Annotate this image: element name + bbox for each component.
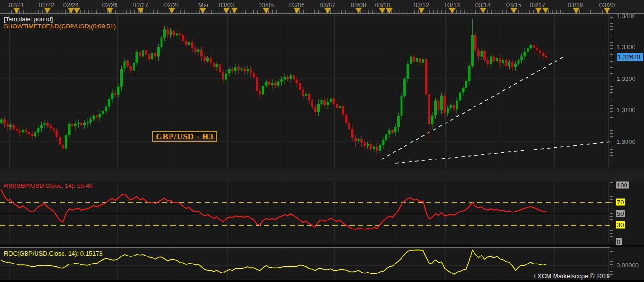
price-axis-label: 1.3300	[617, 44, 635, 51]
roc-axis-ticks	[610, 248, 613, 280]
candlestick-plot[interactable]	[0, 14, 610, 168]
rsi-axis-ticks	[610, 182, 613, 243]
day-marker-arrow-icon	[169, 8, 175, 14]
day-marker-arrow-icon	[324, 8, 331, 14]
price-axis-label: 1.3400	[617, 12, 635, 19]
rsi-indicator-label: RSI(GBP/USD.Close, 14): 55.40	[4, 182, 92, 189]
rsi-plot[interactable]	[0, 181, 610, 244]
price-axis-label: 1.3100	[617, 106, 635, 114]
price-axis-ticks	[610, 14, 613, 168]
day-marker-arrow-icon	[137, 8, 144, 14]
day-marker-arrow-icon	[294, 8, 300, 14]
day-marker-arrow-icon	[73, 8, 80, 14]
main-price-chart[interactable]	[0, 14, 610, 168]
bottom-time-axis[interactable]: 02/20/2019 11:0002/26 05:0002/27 23:0003…	[0, 168, 644, 181]
day-marker-arrow-icon	[231, 8, 238, 14]
rsi-gridlines	[0, 181, 610, 244]
rsi-axis-value-chip: 50	[616, 210, 625, 217]
rsi-axis-value-chip: 100	[616, 182, 629, 189]
window-bottom-edge	[0, 280, 644, 282]
day-marker-arrow-icon	[418, 8, 425, 14]
rsi-axis-value-chip: 30	[616, 221, 625, 229]
instrument-badge[interactable]: GBP/USD - H3	[152, 131, 217, 142]
day-marker-arrow-icon	[223, 8, 230, 14]
day-marker-arrow-icon	[510, 8, 517, 14]
template-label: [Template: pound]	[4, 16, 53, 23]
current-price-tag: 1.32670	[617, 53, 643, 61]
top-axis-ticks	[0, 10, 616, 13]
rsi-line	[1, 190, 546, 229]
main-gridlines	[0, 14, 610, 168]
top-time-axis[interactable]: 02/2102/2202/2402/2602/2702/28Mar03/0303…	[0, 0, 644, 14]
day-marker-arrow-icon	[355, 8, 362, 14]
watermark-copyright: FXCM Marketscope © 2019	[534, 273, 610, 280]
day-marker-arrow-icon	[263, 8, 269, 14]
roc-indicator-label: ROC(GBP/USD.Close, 14): 0.15173	[4, 250, 103, 257]
rsi-axis-value-chip: 70	[616, 199, 625, 206]
day-marker-arrow-icon	[44, 8, 51, 14]
day-marker-arrow-icon	[604, 8, 610, 14]
day-marker-arrow-icon	[107, 8, 113, 14]
day-marker-arrow-icon	[199, 8, 206, 14]
day-marker-arrow-icon	[13, 8, 20, 14]
day-marker-arrow-icon	[535, 8, 542, 14]
showtime-indicator-label: SHOWTIMETOEND(GBP/USD)(0:09:51)	[4, 23, 116, 30]
day-marker-arrow-icon	[542, 8, 549, 14]
price-axis-label: 1.3200	[617, 75, 635, 82]
chart-window: 02/2102/2202/2402/2602/2702/28Mar03/0303…	[0, 0, 644, 282]
rsi-indicator-panel[interactable]	[0, 181, 610, 244]
day-marker-arrow-icon	[379, 8, 385, 14]
day-marker-arrow-icon	[573, 8, 580, 14]
day-marker-arrow-icon	[449, 8, 456, 14]
candles-layer[interactable]	[0, 19, 548, 156]
instrument-badge-text: GBP/USD - H3	[156, 132, 214, 141]
price-axis-label: 1.3000	[617, 138, 635, 145]
roc-zero-level-label: 0.00000	[617, 262, 639, 269]
day-marker-arrow-icon	[386, 8, 393, 14]
day-marker-arrow-icon	[480, 8, 486, 14]
